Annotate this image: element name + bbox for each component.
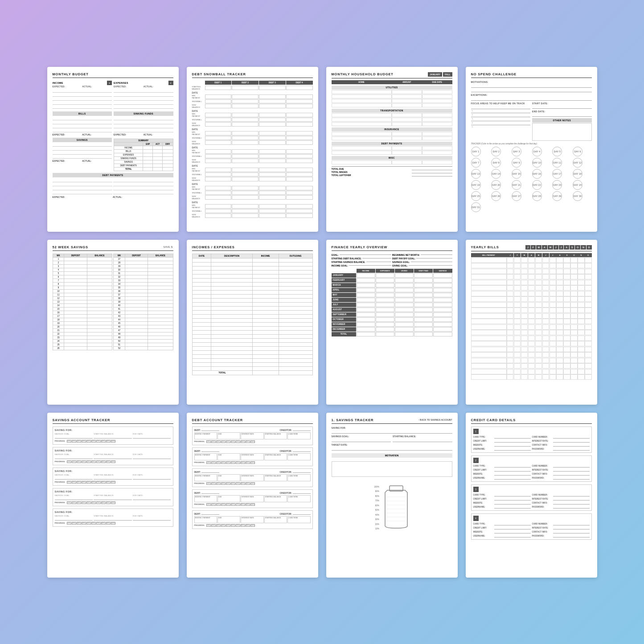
yb-m[interactable]: M — [536, 245, 541, 250]
debt-cell-1-2[interactable] — [259, 118, 286, 122]
ie-cell-6-3[interactable] — [279, 282, 312, 286]
ie-cell-23-1[interactable] — [211, 350, 252, 354]
yb-cell-18-4[interactable] — [528, 358, 535, 363]
debt-cell-4-3[interactable] — [286, 168, 313, 172]
yb-cell-3-8[interactable] — [556, 274, 563, 279]
yb-cell-12-10[interactable] — [570, 324, 577, 330]
yb-cell-5-2[interactable] — [514, 285, 521, 291]
yb-cell-5-8[interactable] — [556, 285, 563, 291]
yb-cell-4-4[interactable] — [528, 280, 535, 285]
yb-cell-5-4[interactable] — [528, 285, 535, 291]
ie-cell-14-3[interactable] — [279, 314, 312, 318]
ie-cell-17-3[interactable] — [279, 326, 312, 330]
yb-cell-17-6[interactable] — [542, 352, 549, 357]
debt-cell-1-2[interactable] — [259, 113, 286, 117]
yb-cell-18-0[interactable] — [471, 358, 507, 363]
yb-cell-12-3[interactable] — [521, 324, 528, 330]
ie-cell-26-0[interactable] — [192, 362, 211, 366]
debt-cell-0-3[interactable] — [286, 99, 313, 103]
fy-cell-0-1[interactable] — [376, 273, 394, 278]
fy-cell-9-1[interactable] — [376, 317, 394, 322]
credit-value-right-3-0[interactable] — [553, 522, 590, 525]
feb-btn[interactable]: FALL — [443, 72, 452, 77]
fy-cell-6-0[interactable] — [357, 303, 375, 307]
ie-cell-25-0[interactable] — [192, 358, 211, 362]
fy-cell-3-0[interactable] — [357, 288, 375, 292]
due-input-3[interactable] — [133, 496, 171, 500]
yb-cell-0-4[interactable] — [528, 258, 535, 263]
yb-cell-12-5[interactable] — [535, 324, 542, 330]
other-notes-area[interactable] — [532, 123, 592, 141]
debt-cell-1-2[interactable] — [259, 122, 286, 127]
yb-cell-18-7[interactable] — [550, 358, 556, 363]
debt-cell-3-0[interactable] — [205, 149, 232, 154]
ie-cell-6-1[interactable] — [211, 282, 252, 286]
yb-cell-1-5[interactable] — [535, 263, 542, 268]
debt-cell-0-1[interactable] — [232, 99, 258, 103]
yb-cell-2-11[interactable] — [578, 269, 584, 274]
fy-cell-2-4[interactable] — [433, 283, 452, 287]
ie-cell-0-1[interactable] — [211, 258, 252, 262]
yb-cell-14-9[interactable] — [563, 336, 570, 341]
due-input-0[interactable] — [133, 435, 171, 439]
yb-cell-17-1[interactable] — [507, 352, 513, 357]
yb-cell-19-9[interactable] — [563, 363, 570, 369]
yb-cell-4-9[interactable] — [563, 280, 570, 285]
fy-cell-10-1[interactable] — [376, 322, 394, 327]
yb-cell-0-8[interactable] — [556, 258, 563, 263]
yb-cell-12-9[interactable] — [563, 324, 570, 330]
fy-cell-4-2[interactable] — [395, 293, 414, 297]
yb-cell-9-6[interactable] — [542, 308, 549, 313]
yb-cell-1-8[interactable] — [556, 263, 563, 268]
yb-cell-20-1[interactable] — [507, 369, 513, 374]
yb-j2[interactable]: J — [554, 245, 558, 250]
yb-cell-21-10[interactable] — [570, 374, 577, 380]
debt-cell-5-1[interactable] — [232, 191, 258, 195]
yb-cell-7-1[interactable] — [507, 296, 513, 302]
yb-cell-21-8[interactable] — [556, 374, 563, 380]
ie-cell-27-0[interactable] — [192, 366, 211, 370]
fy-cell-2-3[interactable] — [414, 283, 433, 287]
st-starting-input[interactable] — [393, 438, 452, 442]
yb-cell-6-6[interactable] — [542, 291, 549, 296]
ie-cell-1-3[interactable] — [279, 262, 312, 266]
yb-j[interactable]: J — [525, 245, 530, 250]
yb-cell-8-3[interactable] — [521, 302, 528, 308]
debt-cell-4-3[interactable] — [286, 177, 313, 181]
debt-cell-0-2[interactable] — [259, 104, 286, 108]
fy-cell-9-2[interactable] — [395, 317, 414, 322]
debt-cell-6-2[interactable] — [259, 204, 286, 209]
credit-value-right-3-2[interactable] — [553, 530, 590, 533]
yb-cell-20-4[interactable] — [528, 369, 535, 374]
yb-cell-3-10[interactable] — [570, 274, 577, 279]
yb-cell-2-6[interactable] — [542, 269, 549, 274]
yb-cell-14-1[interactable] — [507, 336, 513, 341]
fy-cell-7-1[interactable] — [376, 308, 394, 312]
day-6[interactable]: DAY 6 — [573, 147, 582, 156]
end-date-input[interactable] — [532, 113, 592, 117]
goal-input-4[interactable] — [55, 517, 93, 521]
yb-cell-7-0[interactable] — [471, 296, 507, 302]
yb-cell-0-1[interactable] — [507, 258, 513, 263]
yb-cell-6-5[interactable] — [535, 291, 542, 296]
starting-input-3[interactable] — [94, 496, 132, 500]
yb-cell-16-9[interactable] — [563, 347, 570, 352]
debt-cell-4-1[interactable] — [232, 177, 258, 181]
ie-cell-8-2[interactable] — [252, 290, 279, 294]
saving-for-input[interactable] — [332, 430, 452, 434]
yb-m2[interactable]: M — [548, 245, 553, 250]
day-19[interactable]: DAY 19 — [471, 180, 481, 190]
yb-j3[interactable]: J — [559, 245, 564, 250]
debt-cell-6-0[interactable] — [205, 213, 232, 218]
yb-cell-14-0[interactable] — [471, 336, 507, 341]
credit-value-left-2-3[interactable] — [494, 505, 531, 509]
debt-cell-2-3[interactable] — [286, 131, 313, 135]
debt-cell-1-1[interactable] — [232, 122, 258, 127]
fy-cell-2-2[interactable] — [395, 283, 414, 287]
yb-cell-17-0[interactable] — [471, 352, 507, 357]
credit-value-left-2-2[interactable] — [494, 501, 531, 505]
fy-cell-3-3[interactable] — [414, 288, 433, 292]
debt-cell-6-3[interactable] — [286, 209, 313, 213]
yb-cell-13-12[interactable] — [585, 330, 591, 335]
yb-cell-1-9[interactable] — [563, 263, 570, 268]
